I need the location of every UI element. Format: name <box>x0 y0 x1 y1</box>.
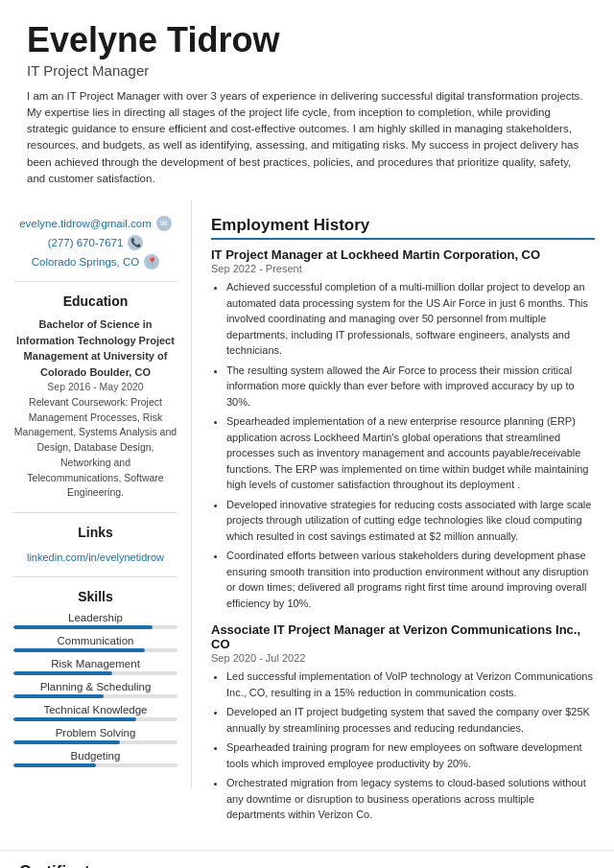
skill-bar-bg <box>13 625 177 629</box>
skill-name: Communication <box>13 635 177 646</box>
links-block: linkedin.com/in/evelynetidrow <box>13 548 177 565</box>
skill-bar-fill <box>13 717 136 721</box>
two-col-section: evelyne.tidrow@gmail.com ✉ (277) 670-767… <box>0 200 614 850</box>
phone-text: (277) 670-7671 <box>48 237 124 248</box>
skill-item: Risk Management <box>13 658 177 675</box>
education-block: Bachelor of Science in Information Techn… <box>13 317 177 501</box>
bullet-item: Spearheaded implementation of a new ente… <box>226 413 595 493</box>
email-icon: ✉ <box>156 216 172 231</box>
candidate-title: IT Project Manager <box>27 62 587 79</box>
job-title: IT Project Manager at Lockheed Martin Co… <box>211 247 595 262</box>
resume-container: Evelyne Tidrow IT Project Manager I am a… <box>0 0 614 868</box>
bullet-item: Achieved successful completion of a mult… <box>226 279 595 359</box>
skills-block: Leadership Communication Risk Management… <box>13 612 177 767</box>
skill-item: Problem Solving <box>13 727 177 744</box>
phone-icon: 📞 <box>128 235 143 250</box>
skill-item: Budgeting <box>13 750 177 767</box>
education-degree: Bachelor of Science in Information Techn… <box>13 317 177 380</box>
employment-section-title: Employment History <box>211 216 595 240</box>
header-section: Evelyne Tidrow IT Project Manager I am a… <box>0 0 614 200</box>
job-dates: Sep 2022 - Present <box>211 263 595 274</box>
divider-links-skills <box>13 576 177 577</box>
bullet-item: Spearheaded training program for new emp… <box>226 739 595 771</box>
job-title: Associate IT Project Manager at Verizon … <box>211 622 595 651</box>
contact-email[interactable]: evelyne.tidrow@gmail.com ✉ <box>13 216 177 231</box>
job-block: IT Project Manager at Lockheed Martin Co… <box>211 247 595 611</box>
skill-name: Risk Management <box>13 658 177 669</box>
skill-name: Planning & Scheduling <box>13 681 177 692</box>
jobs-container: IT Project Manager at Lockheed Martin Co… <box>211 247 595 823</box>
skill-bar-fill <box>13 648 145 652</box>
job-bullets: Led successful implementation of VoIP te… <box>211 669 595 823</box>
skill-item: Planning & Scheduling <box>13 681 177 698</box>
skills-section-title: Skills <box>13 589 177 604</box>
skill-name: Leadership <box>13 612 177 623</box>
bullet-item: Coordinated efforts between various stak… <box>226 548 595 611</box>
linkedin-link[interactable]: linkedin.com/in/evelynetidrow <box>27 551 164 563</box>
contact-location: Colorado Springs, CO 📍 <box>13 254 177 270</box>
skill-bar-fill <box>13 694 104 698</box>
skill-bar-fill <box>13 671 112 675</box>
bullet-item: Developed innovative strategies for redu… <box>226 497 595 545</box>
email-text: evelyne.tidrow@gmail.com <box>19 218 152 229</box>
skill-item: Technical Knowledge <box>13 704 177 721</box>
skill-bar-fill <box>13 625 153 629</box>
candidate-name: Evelyne Tidrow <box>27 21 587 59</box>
skill-bar-fill <box>13 763 96 767</box>
right-column: Employment History IT Project Manager at… <box>192 200 614 850</box>
skill-bar-bg <box>13 694 177 698</box>
skill-bar-fill <box>13 740 120 744</box>
skill-bar-bg <box>13 648 177 652</box>
skill-name: Budgeting <box>13 750 177 762</box>
contact-phone: (277) 670-7671 📞 <box>13 235 177 250</box>
education-dates: Sep 2016 - May 2020 <box>13 380 177 395</box>
certificates-section: Certificates Project Management Professi… <box>0 850 614 868</box>
skill-item: Leadership <box>13 612 177 629</box>
education-section-title: Education <box>13 293 177 309</box>
job-dates: Sep 2020 - Jul 2022 <box>211 652 595 664</box>
bullet-item: Developed an IT project budgeting system… <box>226 704 595 736</box>
bullet-item: The resulting system allowed the Air For… <box>226 363 595 411</box>
location-icon: 📍 <box>144 254 159 270</box>
skill-bar-bg <box>13 671 177 675</box>
certificates-section-title: Certificates <box>19 862 595 868</box>
skill-name: Technical Knowledge <box>13 704 177 716</box>
skill-bar-bg <box>13 717 177 721</box>
divider-edu-links <box>13 512 177 513</box>
skill-bar-bg <box>13 740 177 744</box>
job-bullets: Achieved successful completion of a mult… <box>211 279 595 611</box>
skill-item: Communication <box>13 635 177 652</box>
job-block: Associate IT Project Manager at Verizon … <box>211 622 595 823</box>
left-column: evelyne.tidrow@gmail.com ✉ (277) 670-767… <box>0 200 192 788</box>
skill-bar-bg <box>13 763 177 767</box>
bullet-item: Led successful implementation of VoIP te… <box>226 669 595 700</box>
skill-name: Problem Solving <box>13 727 177 739</box>
candidate-summary: I am an IT Project Manager with over 3 y… <box>27 88 587 188</box>
bullet-item: Orchestrated migration from legacy syste… <box>226 775 595 823</box>
education-coursework: Relevant Coursework: Project Management … <box>13 395 177 501</box>
location-text: Colorado Springs, CO <box>32 256 140 268</box>
divider-contact-edu <box>13 281 177 282</box>
links-section-title: Links <box>13 525 177 540</box>
